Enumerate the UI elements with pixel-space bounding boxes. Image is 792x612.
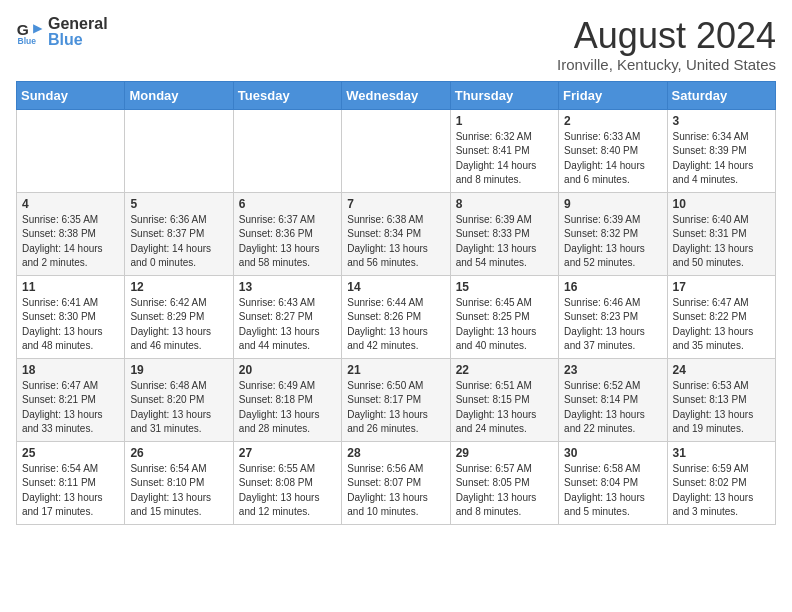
logo: G Blue General Blue [16, 16, 108, 48]
title-block: August 2024 Ironville, Kentucky, United … [557, 16, 776, 73]
day-info: Sunrise: 6:48 AM Sunset: 8:20 PM Dayligh… [130, 379, 227, 437]
calendar-week-4: 18Sunrise: 6:47 AM Sunset: 8:21 PM Dayli… [17, 358, 776, 441]
calendar-cell: 13Sunrise: 6:43 AM Sunset: 8:27 PM Dayli… [233, 275, 341, 358]
calendar-cell: 12Sunrise: 6:42 AM Sunset: 8:29 PM Dayli… [125, 275, 233, 358]
day-header-monday: Monday [125, 81, 233, 109]
day-info: Sunrise: 6:32 AM Sunset: 8:41 PM Dayligh… [456, 130, 553, 188]
day-info: Sunrise: 6:47 AM Sunset: 8:21 PM Dayligh… [22, 379, 119, 437]
day-info: Sunrise: 6:43 AM Sunset: 8:27 PM Dayligh… [239, 296, 336, 354]
day-number: 11 [22, 280, 119, 294]
day-number: 10 [673, 197, 770, 211]
day-info: Sunrise: 6:50 AM Sunset: 8:17 PM Dayligh… [347, 379, 444, 437]
calendar-cell: 20Sunrise: 6:49 AM Sunset: 8:18 PM Dayli… [233, 358, 341, 441]
day-info: Sunrise: 6:46 AM Sunset: 8:23 PM Dayligh… [564, 296, 661, 354]
day-number: 23 [564, 363, 661, 377]
day-info: Sunrise: 6:41 AM Sunset: 8:30 PM Dayligh… [22, 296, 119, 354]
day-number: 22 [456, 363, 553, 377]
calendar-cell: 18Sunrise: 6:47 AM Sunset: 8:21 PM Dayli… [17, 358, 125, 441]
day-info: Sunrise: 6:34 AM Sunset: 8:39 PM Dayligh… [673, 130, 770, 188]
day-number: 31 [673, 446, 770, 460]
day-number: 6 [239, 197, 336, 211]
day-info: Sunrise: 6:39 AM Sunset: 8:32 PM Dayligh… [564, 213, 661, 271]
calendar-cell: 16Sunrise: 6:46 AM Sunset: 8:23 PM Dayli… [559, 275, 667, 358]
day-header-wednesday: Wednesday [342, 81, 450, 109]
day-number: 26 [130, 446, 227, 460]
main-title: August 2024 [557, 16, 776, 56]
day-info: Sunrise: 6:54 AM Sunset: 8:10 PM Dayligh… [130, 462, 227, 520]
calendar-week-3: 11Sunrise: 6:41 AM Sunset: 8:30 PM Dayli… [17, 275, 776, 358]
calendar-cell: 4Sunrise: 6:35 AM Sunset: 8:38 PM Daylig… [17, 192, 125, 275]
day-number: 12 [130, 280, 227, 294]
day-header-tuesday: Tuesday [233, 81, 341, 109]
day-number: 28 [347, 446, 444, 460]
day-number: 20 [239, 363, 336, 377]
subtitle: Ironville, Kentucky, United States [557, 56, 776, 73]
svg-text:G: G [17, 21, 29, 38]
calendar-cell [125, 109, 233, 192]
logo-general: General [48, 16, 108, 32]
calendar-cell: 23Sunrise: 6:52 AM Sunset: 8:14 PM Dayli… [559, 358, 667, 441]
calendar-cell: 8Sunrise: 6:39 AM Sunset: 8:33 PM Daylig… [450, 192, 558, 275]
calendar-cell: 7Sunrise: 6:38 AM Sunset: 8:34 PM Daylig… [342, 192, 450, 275]
calendar-cell: 10Sunrise: 6:40 AM Sunset: 8:31 PM Dayli… [667, 192, 775, 275]
day-info: Sunrise: 6:52 AM Sunset: 8:14 PM Dayligh… [564, 379, 661, 437]
calendar-cell: 22Sunrise: 6:51 AM Sunset: 8:15 PM Dayli… [450, 358, 558, 441]
day-number: 16 [564, 280, 661, 294]
day-header-thursday: Thursday [450, 81, 558, 109]
day-number: 13 [239, 280, 336, 294]
day-number: 19 [130, 363, 227, 377]
calendar-cell: 29Sunrise: 6:57 AM Sunset: 8:05 PM Dayli… [450, 441, 558, 524]
calendar-cell: 21Sunrise: 6:50 AM Sunset: 8:17 PM Dayli… [342, 358, 450, 441]
day-number: 2 [564, 114, 661, 128]
calendar-cell: 30Sunrise: 6:58 AM Sunset: 8:04 PM Dayli… [559, 441, 667, 524]
day-number: 18 [22, 363, 119, 377]
day-number: 21 [347, 363, 444, 377]
calendar-cell: 1Sunrise: 6:32 AM Sunset: 8:41 PM Daylig… [450, 109, 558, 192]
calendar-cell: 24Sunrise: 6:53 AM Sunset: 8:13 PM Dayli… [667, 358, 775, 441]
day-info: Sunrise: 6:33 AM Sunset: 8:40 PM Dayligh… [564, 130, 661, 188]
day-info: Sunrise: 6:47 AM Sunset: 8:22 PM Dayligh… [673, 296, 770, 354]
day-info: Sunrise: 6:38 AM Sunset: 8:34 PM Dayligh… [347, 213, 444, 271]
day-number: 8 [456, 197, 553, 211]
day-info: Sunrise: 6:56 AM Sunset: 8:07 PM Dayligh… [347, 462, 444, 520]
day-number: 29 [456, 446, 553, 460]
day-header-sunday: Sunday [17, 81, 125, 109]
logo-blue: Blue [48, 32, 83, 48]
day-info: Sunrise: 6:42 AM Sunset: 8:29 PM Dayligh… [130, 296, 227, 354]
calendar-cell: 15Sunrise: 6:45 AM Sunset: 8:25 PM Dayli… [450, 275, 558, 358]
day-header-saturday: Saturday [667, 81, 775, 109]
calendar-cell: 17Sunrise: 6:47 AM Sunset: 8:22 PM Dayli… [667, 275, 775, 358]
calendar-cell: 19Sunrise: 6:48 AM Sunset: 8:20 PM Dayli… [125, 358, 233, 441]
day-number: 7 [347, 197, 444, 211]
day-number: 14 [347, 280, 444, 294]
day-info: Sunrise: 6:59 AM Sunset: 8:02 PM Dayligh… [673, 462, 770, 520]
calendar-cell: 6Sunrise: 6:37 AM Sunset: 8:36 PM Daylig… [233, 192, 341, 275]
day-info: Sunrise: 6:37 AM Sunset: 8:36 PM Dayligh… [239, 213, 336, 271]
calendar-header-row: SundayMondayTuesdayWednesdayThursdayFrid… [17, 81, 776, 109]
day-number: 3 [673, 114, 770, 128]
calendar-cell [233, 109, 341, 192]
svg-text:Blue: Blue [18, 36, 37, 46]
calendar-cell: 9Sunrise: 6:39 AM Sunset: 8:32 PM Daylig… [559, 192, 667, 275]
logo-icon: G Blue [16, 18, 44, 46]
day-info: Sunrise: 6:58 AM Sunset: 8:04 PM Dayligh… [564, 462, 661, 520]
calendar-cell [342, 109, 450, 192]
day-info: Sunrise: 6:54 AM Sunset: 8:11 PM Dayligh… [22, 462, 119, 520]
calendar-week-5: 25Sunrise: 6:54 AM Sunset: 8:11 PM Dayli… [17, 441, 776, 524]
calendar-cell: 14Sunrise: 6:44 AM Sunset: 8:26 PM Dayli… [342, 275, 450, 358]
calendar-cell: 2Sunrise: 6:33 AM Sunset: 8:40 PM Daylig… [559, 109, 667, 192]
day-number: 9 [564, 197, 661, 211]
calendar-cell [17, 109, 125, 192]
calendar-cell: 3Sunrise: 6:34 AM Sunset: 8:39 PM Daylig… [667, 109, 775, 192]
calendar-week-2: 4Sunrise: 6:35 AM Sunset: 8:38 PM Daylig… [17, 192, 776, 275]
day-info: Sunrise: 6:57 AM Sunset: 8:05 PM Dayligh… [456, 462, 553, 520]
day-number: 27 [239, 446, 336, 460]
day-info: Sunrise: 6:44 AM Sunset: 8:26 PM Dayligh… [347, 296, 444, 354]
calendar-cell: 5Sunrise: 6:36 AM Sunset: 8:37 PM Daylig… [125, 192, 233, 275]
day-info: Sunrise: 6:35 AM Sunset: 8:38 PM Dayligh… [22, 213, 119, 271]
calendar-cell: 25Sunrise: 6:54 AM Sunset: 8:11 PM Dayli… [17, 441, 125, 524]
day-number: 25 [22, 446, 119, 460]
day-info: Sunrise: 6:45 AM Sunset: 8:25 PM Dayligh… [456, 296, 553, 354]
day-number: 17 [673, 280, 770, 294]
day-header-friday: Friday [559, 81, 667, 109]
